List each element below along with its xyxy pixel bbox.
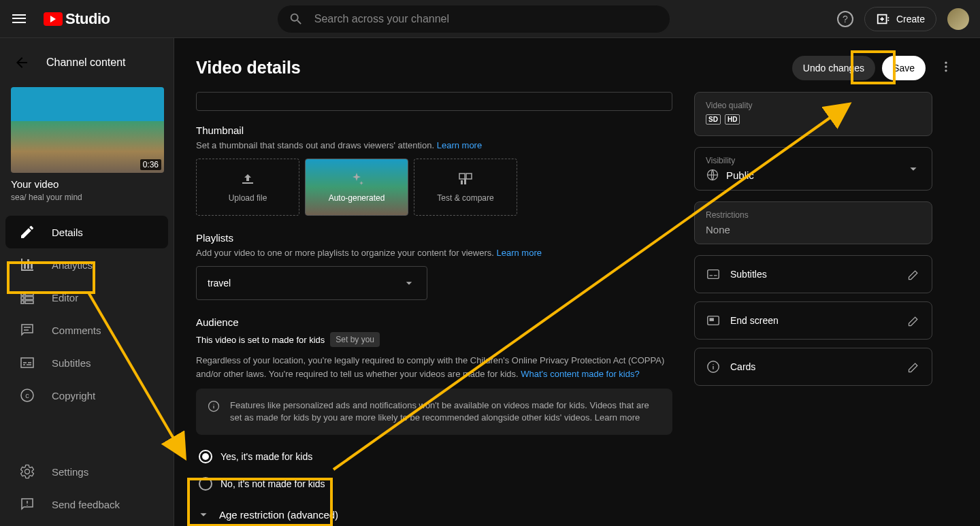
thumbnail-section: Thumbnail Set a thumbnail that stands ou… bbox=[196, 125, 672, 216]
cards-row[interactable]: Cards bbox=[694, 348, 932, 386]
create-button[interactable]: Create bbox=[864, 7, 936, 31]
video-thumbnail[interactable]: 0:36 bbox=[11, 87, 164, 173]
svg-point-3 bbox=[945, 65, 947, 67]
hd-badge: HD bbox=[725, 114, 740, 125]
back-label: Channel content bbox=[46, 56, 126, 69]
chevron-down-icon bbox=[196, 507, 211, 522]
svg-rect-9 bbox=[710, 318, 714, 321]
endscreen-icon bbox=[706, 313, 721, 328]
chevron-down-icon bbox=[402, 276, 416, 290]
analytics-icon bbox=[19, 257, 35, 273]
pencil-icon bbox=[907, 314, 921, 327]
search-input[interactable] bbox=[314, 13, 659, 25]
playlists-learn-link[interactable]: Learn more bbox=[497, 248, 542, 258]
pencil-icon bbox=[907, 267, 921, 281]
sidebar-video-subtitle: sea/ heal your mind bbox=[11, 193, 163, 202]
title-field-cutoff[interactable] bbox=[196, 92, 672, 111]
more-menu[interactable] bbox=[934, 54, 958, 81]
svg-point-4 bbox=[945, 69, 947, 71]
page-title: Video details bbox=[196, 58, 792, 78]
comments-icon bbox=[19, 322, 35, 338]
endscreen-row[interactable]: End screen bbox=[694, 301, 932, 340]
nav-comments[interactable]: Comments bbox=[5, 314, 168, 346]
globe-icon bbox=[706, 168, 719, 182]
chevron-down-icon bbox=[906, 161, 921, 176]
pencil-icon bbox=[907, 360, 921, 374]
sidebar-video-title: Your video bbox=[11, 178, 163, 190]
upload-icon bbox=[240, 171, 256, 188]
subtitles-row[interactable]: Subtitles bbox=[694, 255, 932, 293]
thumbnail-learn-link[interactable]: Learn more bbox=[437, 140, 482, 150]
info-icon bbox=[207, 399, 220, 413]
svg-text:c: c bbox=[25, 391, 29, 399]
save-button[interactable]: Save bbox=[882, 56, 926, 80]
radio-no-icon bbox=[199, 477, 212, 491]
duration-badge: 0:36 bbox=[140, 159, 161, 170]
subtitles-icon bbox=[706, 267, 721, 282]
avatar[interactable] bbox=[947, 8, 969, 30]
sd-badge: SD bbox=[706, 114, 721, 125]
main-header: Video details Undo changes Save bbox=[174, 38, 980, 92]
playlists-section: Playlists Add your video to one or more … bbox=[196, 232, 672, 300]
set-by-you-tag: Set by you bbox=[330, 332, 380, 347]
restrictions-card: Restrictions None bbox=[694, 201, 932, 244]
undo-button[interactable]: Undo changes bbox=[792, 56, 875, 80]
hamburger-icon[interactable] bbox=[11, 11, 27, 27]
nav-copyright[interactable]: c Copyright bbox=[5, 379, 168, 412]
nav-analytics[interactable]: Analytics bbox=[5, 248, 168, 281]
thumb-test[interactable]: Test & compare bbox=[414, 159, 517, 216]
compare-icon bbox=[457, 171, 474, 188]
top-header: Studio ? Create bbox=[0, 0, 980, 38]
search-icon bbox=[289, 12, 304, 27]
studio-logo[interactable]: Studio bbox=[44, 10, 110, 28]
create-label: Create bbox=[896, 14, 925, 24]
sidebar: Channel content 0:36 Your video sea/ hea… bbox=[0, 38, 174, 526]
feedback-icon bbox=[19, 496, 35, 512]
radio-made-for-kids[interactable]: Yes, it's made for kids bbox=[196, 443, 672, 470]
nav-editor[interactable]: Editor bbox=[5, 281, 168, 314]
svg-rect-7 bbox=[708, 270, 719, 279]
nav-feedback[interactable]: Send feedback bbox=[5, 488, 168, 521]
kids-notice: Features like personalized ads and notif… bbox=[196, 389, 672, 435]
age-restriction-toggle[interactable]: Age restriction (advanced) bbox=[196, 497, 672, 526]
thumbnail-heading: Thumbnail bbox=[196, 125, 672, 136]
svg-point-2 bbox=[945, 62, 947, 64]
coppa-link[interactable]: What's content made for kids? bbox=[521, 369, 639, 379]
quality-card: Video quality SD HD bbox=[694, 92, 932, 136]
playlists-select[interactable]: travel bbox=[196, 266, 427, 300]
editor-icon bbox=[19, 289, 35, 306]
audience-heading: Audience bbox=[196, 316, 672, 328]
sparkle-icon bbox=[348, 171, 365, 188]
radio-yes-icon bbox=[199, 450, 212, 463]
nav-details[interactable]: Details bbox=[5, 216, 168, 248]
thumb-autogen[interactable]: Auto-generated bbox=[305, 159, 408, 216]
logo-text: Studio bbox=[65, 10, 110, 28]
nav-subtitles[interactable]: Subtitles bbox=[5, 346, 168, 379]
thumb-upload[interactable]: Upload file bbox=[196, 159, 299, 216]
copyright-icon: c bbox=[19, 387, 35, 404]
gear-icon bbox=[19, 463, 35, 480]
playlists-heading: Playlists bbox=[196, 232, 672, 244]
nav-settings[interactable]: Settings bbox=[5, 455, 168, 488]
notice-learn-link[interactable]: Learn more bbox=[595, 412, 640, 423]
create-plus-icon bbox=[876, 12, 891, 27]
visibility-card[interactable]: Visibility Public bbox=[694, 147, 932, 191]
info-icon bbox=[706, 359, 721, 374]
back-row[interactable]: Channel content bbox=[0, 38, 174, 87]
subtitles-icon bbox=[19, 355, 35, 371]
search-box[interactable] bbox=[278, 5, 670, 33]
help-icon[interactable]: ? bbox=[837, 11, 853, 27]
audience-section: Audience This video is set to made for k… bbox=[196, 316, 672, 526]
back-arrow-icon bbox=[14, 54, 30, 71]
pencil-icon bbox=[19, 224, 35, 240]
radio-not-for-kids[interactable]: No, it's not made for kids bbox=[196, 470, 672, 497]
